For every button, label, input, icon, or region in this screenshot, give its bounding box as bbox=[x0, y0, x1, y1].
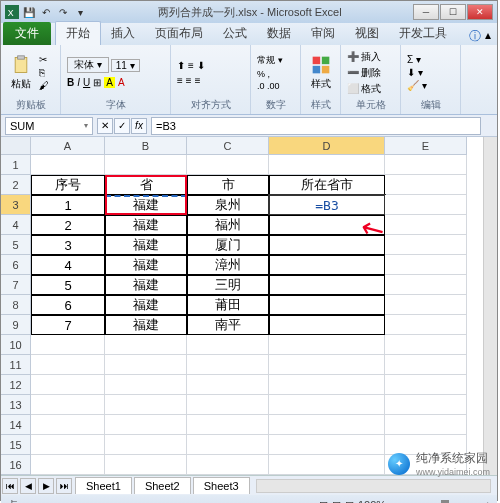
align-center-button[interactable]: ≡ bbox=[186, 75, 192, 86]
row-header[interactable]: 9 bbox=[1, 315, 31, 335]
cell-D16[interactable] bbox=[269, 455, 385, 475]
clear-button[interactable]: 🧹 ▾ bbox=[407, 80, 427, 91]
cell-E11[interactable] bbox=[385, 355, 467, 375]
cell-D7[interactable] bbox=[269, 275, 385, 295]
cell-D13[interactable] bbox=[269, 395, 385, 415]
align-middle-button[interactable]: ≡ bbox=[188, 60, 194, 71]
cell-D14[interactable] bbox=[269, 415, 385, 435]
cell-C11[interactable] bbox=[187, 355, 269, 375]
row-header[interactable]: 7 bbox=[1, 275, 31, 295]
view-layout-button[interactable]: ⊟ bbox=[332, 499, 341, 504]
cell-B10[interactable] bbox=[105, 335, 187, 355]
row-header[interactable]: 8 bbox=[1, 295, 31, 315]
bold-button[interactable]: B bbox=[67, 77, 74, 88]
cell-E8[interactable] bbox=[385, 295, 467, 315]
cell-B6[interactable]: 福建 bbox=[105, 255, 187, 275]
row-header[interactable]: 11 bbox=[1, 355, 31, 375]
align-bottom-button[interactable]: ⬇ bbox=[197, 60, 205, 71]
cell-B14[interactable] bbox=[105, 415, 187, 435]
enter-formula-button[interactable]: ✓ bbox=[114, 118, 130, 134]
cut-button[interactable]: ✂ bbox=[39, 54, 49, 65]
tab-developer[interactable]: 开发工具 bbox=[389, 22, 457, 45]
cell-B2[interactable]: 省 bbox=[105, 175, 187, 195]
ribbon-minimize-icon[interactable]: ▴ bbox=[485, 28, 491, 45]
column-header-d[interactable]: D bbox=[269, 137, 385, 155]
vertical-scrollbar[interactable] bbox=[483, 137, 497, 475]
row-header[interactable]: 16 bbox=[1, 455, 31, 475]
cancel-formula-button[interactable]: ✕ bbox=[97, 118, 113, 134]
align-top-button[interactable]: ⬆ bbox=[177, 60, 185, 71]
tab-file[interactable]: 文件 bbox=[3, 22, 51, 45]
copy-button[interactable]: ⎘ bbox=[39, 67, 49, 78]
tab-insert[interactable]: 插入 bbox=[101, 22, 145, 45]
column-header-e[interactable]: E bbox=[385, 137, 467, 155]
cell-C10[interactable] bbox=[187, 335, 269, 355]
horizontal-scrollbar[interactable] bbox=[256, 479, 491, 493]
cell-E10[interactable] bbox=[385, 335, 467, 355]
cell-C1[interactable] bbox=[187, 155, 269, 175]
cell-C9[interactable]: 南平 bbox=[187, 315, 269, 335]
styles-button[interactable]: 样式 bbox=[307, 55, 334, 91]
font-name-select[interactable]: 宋体 ▾ bbox=[67, 57, 109, 73]
cell-E2[interactable] bbox=[385, 175, 467, 195]
cell-B16[interactable] bbox=[105, 455, 187, 475]
delete-cells-button[interactable]: ➖ 删除 bbox=[347, 66, 381, 80]
cell-D11[interactable] bbox=[269, 355, 385, 375]
cell-A15[interactable] bbox=[31, 435, 105, 455]
paste-button[interactable]: 粘贴 bbox=[7, 55, 35, 91]
tab-data[interactable]: 数据 bbox=[257, 22, 301, 45]
tab-review[interactable]: 审阅 bbox=[301, 22, 345, 45]
autosum-button[interactable]: Σ ▾ bbox=[407, 54, 427, 65]
maximize-button[interactable]: ☐ bbox=[440, 4, 466, 20]
cell-E12[interactable] bbox=[385, 375, 467, 395]
cell-B12[interactable] bbox=[105, 375, 187, 395]
number-format-select[interactable]: 常规 ▾ bbox=[257, 54, 283, 67]
cell-D2[interactable]: 所在省市 bbox=[269, 175, 385, 195]
cell-D5[interactable] bbox=[269, 235, 385, 255]
row-header[interactable]: 6 bbox=[1, 255, 31, 275]
sheet-tab-1[interactable]: Sheet1 bbox=[75, 477, 132, 494]
cell-C3[interactable]: 泉州 bbox=[187, 195, 269, 215]
percent-button[interactable]: % , bbox=[257, 69, 283, 79]
tab-formulas[interactable]: 公式 bbox=[213, 22, 257, 45]
cell-C8[interactable]: 莆田 bbox=[187, 295, 269, 315]
row-header[interactable]: 12 bbox=[1, 375, 31, 395]
cell-D3[interactable]: =B3 bbox=[269, 195, 385, 215]
insert-cells-button[interactable]: ➕ 插入 bbox=[347, 50, 381, 64]
row-header[interactable]: 3 bbox=[1, 195, 31, 215]
save-icon[interactable]: 💾 bbox=[22, 5, 36, 19]
row-header[interactable]: 1 bbox=[1, 155, 31, 175]
cell-A3[interactable]: 1 bbox=[31, 195, 105, 215]
cell-D8[interactable] bbox=[269, 295, 385, 315]
close-button[interactable]: ✕ bbox=[467, 4, 493, 20]
redo-icon[interactable]: ↷ bbox=[56, 5, 70, 19]
row-header[interactable]: 4 bbox=[1, 215, 31, 235]
tab-view[interactable]: 视图 bbox=[345, 22, 389, 45]
row-header[interactable]: 13 bbox=[1, 395, 31, 415]
cell-A10[interactable] bbox=[31, 335, 105, 355]
cell-B7[interactable]: 福建 bbox=[105, 275, 187, 295]
underline-button[interactable]: U bbox=[83, 77, 90, 88]
cell-A1[interactable] bbox=[31, 155, 105, 175]
sheet-tab-3[interactable]: Sheet3 bbox=[193, 477, 250, 494]
cell-E7[interactable] bbox=[385, 275, 467, 295]
cell-C2[interactable]: 市 bbox=[187, 175, 269, 195]
cell-C14[interactable] bbox=[187, 415, 269, 435]
cell-A6[interactable]: 4 bbox=[31, 255, 105, 275]
cell-A11[interactable] bbox=[31, 355, 105, 375]
row-header[interactable]: 2 bbox=[1, 175, 31, 195]
cell-D6[interactable] bbox=[269, 255, 385, 275]
sheet-nav-last[interactable]: ⏭ bbox=[56, 478, 72, 494]
cell-A16[interactable] bbox=[31, 455, 105, 475]
cell-C15[interactable] bbox=[187, 435, 269, 455]
zoom-in-button[interactable]: + bbox=[485, 499, 491, 503]
view-pagebreak-button[interactable]: ⊡ bbox=[345, 499, 354, 504]
cell-C7[interactable]: 三明 bbox=[187, 275, 269, 295]
cell-B5[interactable]: 福建 bbox=[105, 235, 187, 255]
format-cells-button[interactable]: ⬜ 格式 bbox=[347, 82, 381, 96]
cell-A5[interactable]: 3 bbox=[31, 235, 105, 255]
cell-C13[interactable] bbox=[187, 395, 269, 415]
zoom-level[interactable]: 100% bbox=[358, 499, 386, 503]
cell-B15[interactable] bbox=[105, 435, 187, 455]
cell-C4[interactable]: 福州 bbox=[187, 215, 269, 235]
